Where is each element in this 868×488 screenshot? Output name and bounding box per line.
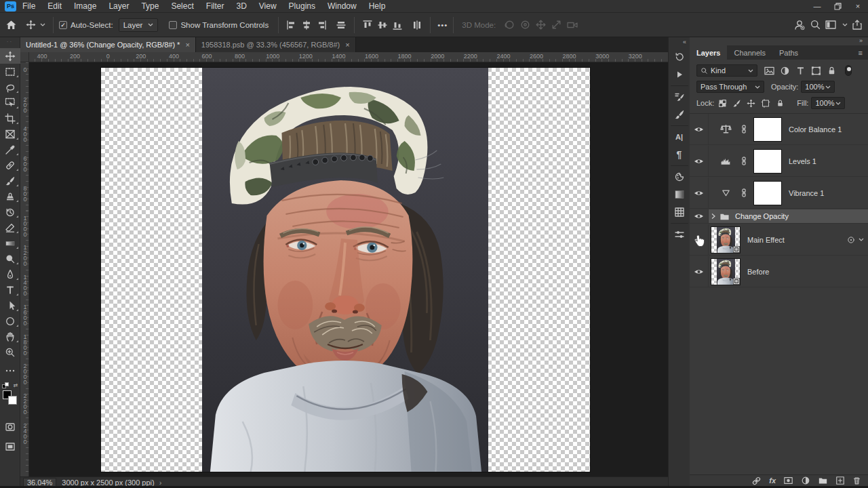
menu-plugins[interactable]: Plugins [283,0,321,13]
layer-visibility-toggle[interactable] [690,146,709,176]
vertical-ruler[interactable]: 0 200 400 600 800 1000 1200 1400 1600 18… [20,62,29,476]
collapse-panels-icon[interactable]: » [859,37,863,44]
gradient-tool[interactable] [0,235,20,251]
layer-row-color-balance[interactable]: Color Balance 1 [690,114,868,145]
align-left-icon[interactable] [286,20,297,30]
layer-name[interactable]: Before [747,268,769,276]
tab-layers[interactable]: Layers [690,45,727,60]
path-selection-tool[interactable] [0,298,20,313]
eyedropper-tool[interactable] [0,142,20,157]
add-adjustment-layer-button[interactable] [801,476,810,485]
layer-visibility-toggle[interactable] [690,114,709,144]
document-tab-inactive[interactable]: 1958318.psb @ 33.3% (456567, RGB/8#) × [196,37,356,52]
blend-mode-dropdown[interactable]: Pass Through [696,81,764,93]
search-icon[interactable] [810,19,821,30]
screen-mode-button[interactable] [0,439,20,454]
align-center-horizontal-icon[interactable] [301,20,312,30]
menu-3d[interactable]: 3D [230,0,252,13]
lock-artboard-icon[interactable] [761,99,770,108]
filter-kind-dropdown[interactable]: Kind [696,64,757,77]
close-button[interactable]: × [848,0,868,13]
new-layer-button[interactable] [835,476,845,485]
swap-colors-icon[interactable]: ⇄ [14,382,18,388]
background-color-swatch[interactable] [8,396,17,405]
swatches-panel-icon[interactable] [671,169,688,185]
distribute-vertical-icon[interactable] [412,20,422,30]
tab-paths[interactable]: Paths [772,45,805,60]
gradients-panel-icon[interactable] [671,186,688,203]
layer-row-before[interactable]: Before [690,256,868,287]
photoshop-logo[interactable]: Ps [5,1,16,12]
layer-row-main-effect[interactable]: Main Effect [690,224,868,256]
layer-mask-thumbnail[interactable] [753,117,782,142]
ellipse-tool[interactable] [0,313,20,329]
restore-button[interactable] [827,0,848,13]
layer-name[interactable]: Change Opacity [735,212,789,220]
opacity-field[interactable]: 100% [801,81,835,93]
spot-healing-brush-tool[interactable] [0,157,20,173]
distribute-horizontal-icon[interactable] [336,20,347,30]
layer-name[interactable]: Levels 1 [789,157,816,165]
patterns-panel-icon[interactable] [671,204,688,220]
brush-settings-panel-icon[interactable] [671,89,688,105]
type-tool[interactable] [0,282,20,298]
brush-tool[interactable] [0,173,20,188]
frame-tool[interactable] [0,126,20,142]
document-canvas[interactable] [101,68,590,472]
default-colors-icon[interactable] [2,382,9,389]
chevron-down-icon[interactable] [859,238,864,241]
clone-stamp-tool[interactable] [0,188,20,204]
menu-view[interactable]: View [253,0,283,13]
menu-image[interactable]: Image [68,0,102,13]
layer-visibility-toggle[interactable] [690,209,709,223]
canvas-area[interactable] [29,62,668,476]
menu-filter[interactable]: Filter [200,0,231,13]
menu-layer[interactable]: Layer [102,0,135,13]
align-bottom-icon[interactable] [392,20,403,30]
layer-mask-thumbnail[interactable] [753,181,782,205]
share-icon[interactable] [852,19,863,30]
edit-toolbar-icon[interactable] [0,363,20,378]
panel-menu-icon[interactable]: ≡ [859,49,863,57]
layer-row-vibrance[interactable]: Vibrance 1 [690,178,868,209]
layer-name[interactable]: Color Balance 1 [789,125,842,134]
home-icon[interactable] [5,20,17,30]
object-selection-tool[interactable] [0,95,20,110]
menu-window[interactable]: Window [321,0,363,13]
add-layer-mask-button[interactable] [783,476,793,485]
pen-tool[interactable] [0,266,20,282]
layer-styles-button[interactable]: fx [769,476,776,485]
menu-select[interactable]: Select [165,0,199,13]
chevron-down-icon[interactable] [842,23,848,26]
hand-tool[interactable] [0,329,20,344]
layer-visibility-toggle[interactable] [690,178,709,208]
horizontal-ruler[interactable]: 400 200 0 200 400 600 800 1000 1200 1400… [20,52,668,62]
account-icon[interactable] [793,19,806,31]
lasso-tool[interactable] [0,79,20,95]
close-tab-icon[interactable]: × [185,41,189,49]
filter-smart-objects-icon[interactable] [827,66,837,76]
history-panel-icon[interactable] [671,49,688,65]
layer-mask-thumbnail[interactable] [753,149,782,174]
zoom-tool[interactable] [0,344,20,360]
lock-transparent-pixels-icon[interactable] [718,99,727,108]
align-right-icon[interactable] [316,20,327,30]
layer-row-group-change-opacity[interactable]: Change Opacity [690,209,868,224]
document-tab-active[interactable]: Untitled-1 @ 36% (Change Opacity, RGB/8#… [20,37,196,52]
layer-row-levels[interactable]: Levels 1 [690,146,868,177]
align-top-icon[interactable] [362,20,373,30]
minimize-button[interactable]: — [807,0,827,13]
layer-filtering-toggle[interactable] [845,65,852,76]
ruler-origin-corner[interactable] [20,52,29,62]
menu-help[interactable]: Help [363,0,392,13]
new-group-button[interactable] [818,476,828,485]
brushes-panel-icon[interactable] [671,106,688,123]
close-tab-icon[interactable]: × [345,41,349,49]
adjustments-panel-icon[interactable] [671,226,688,243]
paragraph-panel-icon[interactable]: ¶ [671,146,688,163]
layer-name[interactable]: Vibrance 1 [789,189,824,197]
auto-select-checkbox[interactable]: ✓ [59,21,67,29]
workspace-switcher-icon[interactable] [825,20,838,30]
filter-shape-layers-icon[interactable] [811,66,821,76]
delete-layer-button[interactable] [852,476,861,485]
